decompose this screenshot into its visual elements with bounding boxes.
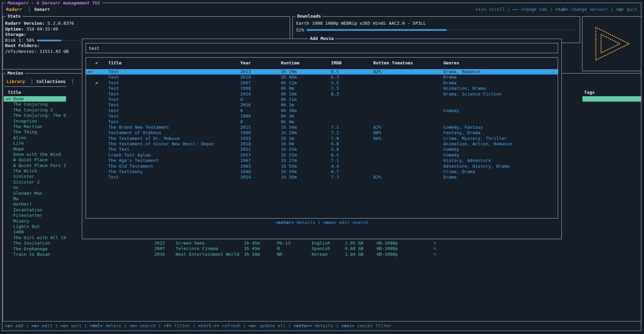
movies-tab[interactable]: Collections bbox=[28, 79, 66, 84]
library-row[interactable]: 1408 bbox=[4, 229, 66, 235]
library-row[interactable]: The Witch bbox=[4, 168, 66, 174]
disk-percent: 56% bbox=[26, 38, 34, 43]
runtime-cell: 1h 45m bbox=[244, 241, 260, 246]
result-title-cell: The Brand New Testament bbox=[108, 125, 169, 130]
search-result-row[interactable]: Test 2018 1h 46m 6.3 Drama bbox=[86, 75, 558, 80]
search-result-row[interactable]: Testament of Orpheus 1960 1h 20m 7.2 88%… bbox=[86, 130, 558, 135]
library-row[interactable]: Sinister 2 bbox=[4, 180, 66, 185]
result-year-cell: 1988 bbox=[240, 113, 251, 119]
result-year-cell: 2013 bbox=[240, 69, 251, 75]
result-year-cell: 1967 bbox=[240, 158, 251, 163]
movie-search-input[interactable] bbox=[86, 43, 558, 53]
library-row[interactable]: mother! bbox=[4, 202, 66, 207]
servarr-tabs: Radarr Sonarr bbox=[6, 7, 50, 12]
library-row[interactable]: Inception bbox=[4, 119, 66, 124]
storage-label: Storage: bbox=[5, 32, 288, 38]
library-row[interactable]: Sinister bbox=[4, 174, 66, 179]
search-result-row[interactable]: The Test 2021 1h 25m 5.9 Comedy bbox=[86, 147, 558, 152]
library-row-title: The Martian bbox=[13, 124, 42, 129]
library-row[interactable]: Misery bbox=[4, 218, 66, 224]
search-result-row[interactable]: ✔ Test 2007 0h 12m 5.5 Drama bbox=[86, 80, 558, 86]
search-result-row[interactable]: Crash Test Aglae 2017 1h 25m 6.5 Comedy bbox=[86, 152, 558, 158]
language-cell: Korean bbox=[312, 252, 328, 257]
result-genres-cell: Drama bbox=[443, 75, 457, 80]
results-genres-header: Genres bbox=[443, 60, 459, 66]
library-row[interactable]: The Martian bbox=[4, 124, 66, 129]
search-result-row[interactable]: Test 2014 0h 10m 8.3 Drama, Science Fict… bbox=[86, 91, 558, 97]
monitored-pencil-icon: ✎ bbox=[434, 246, 436, 251]
result-rotten-tomatoes-cell: 82% bbox=[373, 125, 381, 130]
library-detail-row[interactable]: 2007 Telecinco Cinema 1h 45m R Spanish 0… bbox=[3, 246, 640, 251]
library-row[interactable]: A Quiet Place bbox=[4, 157, 66, 163]
result-runtime-cell: 1h 0m bbox=[281, 141, 294, 147]
movies-tab[interactable]: Library bbox=[6, 79, 25, 84]
library-row[interactable]: Us bbox=[4, 185, 66, 190]
library-row[interactable]: Life bbox=[4, 141, 66, 146]
result-genres-cell: Crime, Drama bbox=[443, 169, 475, 174]
result-imdb-cell: 6.3 bbox=[331, 75, 339, 80]
help-item: <ctrl-r> refresh bbox=[193, 323, 241, 328]
radarr-version-value: 5.2.6.8376 bbox=[47, 21, 74, 26]
search-result-row[interactable]: The Aga's Testament 1967 1h 27m 7.1 Hist… bbox=[86, 158, 558, 163]
year-cell: 2022 bbox=[154, 241, 165, 246]
search-result-row[interactable]: The Testament of Sister New Devil: Depar… bbox=[86, 141, 558, 147]
help-label: details bbox=[297, 220, 315, 225]
search-result-row[interactable]: Test 0 0h 0m bbox=[86, 119, 558, 125]
result-runtime-cell: 0h 11m bbox=[281, 97, 297, 102]
library-row[interactable]: The Conjuring 2 bbox=[4, 107, 66, 113]
search-result-row[interactable]: Test 0 0h 11m bbox=[86, 97, 558, 102]
result-imdb-cell: 7.9 bbox=[331, 136, 339, 141]
help-label: delete bbox=[105, 323, 121, 328]
library-row[interactable]: The Thing bbox=[4, 129, 66, 135]
search-result-row[interactable]: The Testimony 1946 1h 34m 6.7 Crime, Dra… bbox=[86, 169, 558, 174]
search-result-row[interactable]: => Test 2013 1h 29m 6.5 82% Drama, Roman… bbox=[86, 69, 558, 75]
library-detail-row[interactable]: 2022 Screen Gems 1h 45m PG-13 English 1.… bbox=[3, 241, 640, 246]
library-row[interactable]: The Conjuring bbox=[4, 102, 66, 107]
size-cell: 1.95 GB bbox=[345, 241, 363, 246]
servarr-tab[interactable]: Sonarr bbox=[25, 7, 50, 12]
storage-label-text: Storage: bbox=[5, 32, 26, 37]
search-result-row[interactable]: test 0 0h 30m Comedy bbox=[86, 108, 558, 113]
certification-cell: NR bbox=[277, 252, 283, 257]
library-row[interactable]: Lights Out bbox=[4, 224, 66, 229]
library-row[interactable]: Slender Man bbox=[4, 191, 66, 196]
library-row[interactable]: =>Dune bbox=[4, 96, 66, 102]
add-movie-modal-title: Add Movie bbox=[308, 36, 335, 41]
library-detail-row[interactable]: 2016 Next Entertainment World 1h 58m NR … bbox=[3, 252, 640, 257]
servarr-tab[interactable]: Radarr bbox=[6, 7, 22, 12]
search-result-row[interactable]: Test 1999 0h 0m 7.5 Animation, Drama bbox=[86, 86, 558, 91]
library-row[interactable]: The Girl with All the bbox=[4, 235, 66, 241]
download-item[interactable]: Earth 1998 1080p WEBRip x265 Hindi AAC2.… bbox=[296, 21, 426, 26]
library-row-title: A Quiet Place bbox=[13, 157, 48, 162]
library-row[interactable]: The Conjuring: The De bbox=[4, 113, 66, 118]
search-result-row[interactable]: The Brand New Testament 2015 1h 54m 7.1 … bbox=[86, 125, 558, 130]
library-row[interactable]: Nope bbox=[4, 146, 66, 152]
library-row[interactable]: Gone with the Wind bbox=[4, 152, 66, 157]
result-title-cell: Test bbox=[108, 119, 119, 125]
result-imdb-cell: 6.5 bbox=[331, 69, 339, 75]
search-result-row[interactable]: The Old Testament 1963 1h 53m 4.4 Advent… bbox=[86, 164, 558, 169]
results-rotten-tomatoes-header: Rotten Tomatoes bbox=[373, 60, 413, 66]
library-row[interactable]: Firestarter bbox=[4, 213, 66, 218]
check-column-header: ✔ bbox=[95, 60, 98, 66]
result-title-cell: The Old Testament bbox=[108, 164, 153, 169]
search-result-row[interactable]: Test 1988 0h 3m bbox=[86, 113, 558, 119]
result-year-cell: 2014 bbox=[240, 174, 251, 180]
movies-panel-title: Movies bbox=[6, 70, 25, 76]
language-cell: English bbox=[312, 241, 330, 246]
search-result-row[interactable]: The Testament of Dr. Mabuse 1933 2h 2m 7… bbox=[86, 136, 558, 141]
help-label: edit bbox=[42, 323, 52, 328]
library-row[interactable]: Alien bbox=[4, 135, 66, 141]
library-row-title: The Witch bbox=[13, 168, 37, 173]
result-year-cell: 2018 bbox=[240, 75, 251, 80]
search-result-row[interactable]: Test 2016 0h 3m bbox=[86, 102, 558, 108]
library-row[interactable]: Ma bbox=[4, 196, 66, 202]
result-title-cell: Test bbox=[108, 80, 119, 86]
result-rotten-tomatoes-cell: 88% bbox=[373, 130, 381, 135]
search-result-row[interactable]: Test 2014 1h 35m 7.3 82% Drama bbox=[86, 174, 558, 180]
library-row-title: Firestarter bbox=[13, 213, 42, 218]
help-label: edit search bbox=[339, 220, 368, 225]
library-row[interactable]: A Quiet Place Part II bbox=[4, 163, 66, 168]
library-row[interactable]: Incantation bbox=[4, 207, 66, 213]
studio-cell: Telecinco Cinema bbox=[176, 246, 218, 251]
